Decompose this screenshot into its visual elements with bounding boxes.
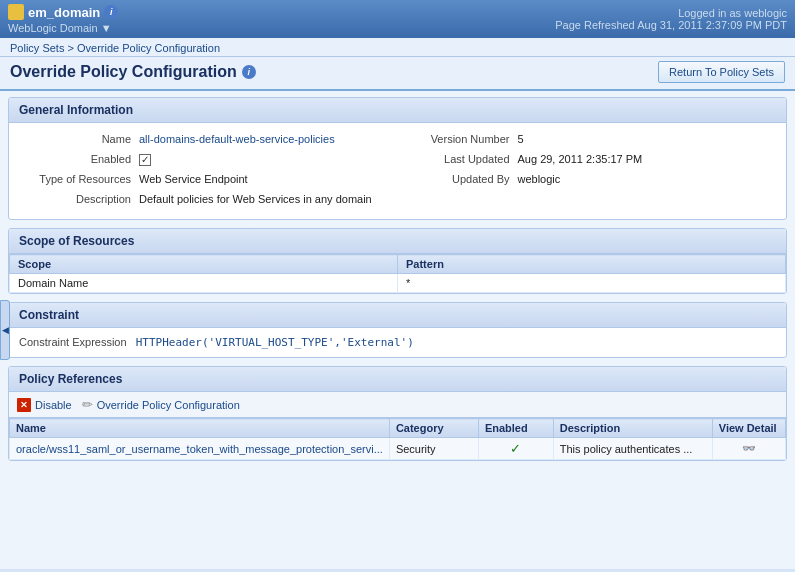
col-enabled: Enabled [478,419,553,438]
col-pattern: Pattern [398,255,786,274]
domain-name-label: em_domain [28,5,100,20]
last-updated-value: Aug 29, 2011 2:35:17 PM [518,151,643,167]
name-field-row: Name all-domains-default-web-service-pol… [19,131,398,147]
return-to-policy-sets-button[interactable]: Return To Policy Sets [658,61,785,83]
page-info-icon[interactable]: i [242,65,256,79]
left-scroll-arrow[interactable]: ◀ [0,300,10,360]
desc-label: Description [19,191,139,207]
constraint-body: Constraint Expression HTTPHeader('VIRTUA… [9,328,786,357]
pattern-cell: * [398,274,786,293]
type-field-row: Type of Resources Web Service Endpoint [19,171,398,187]
main-content: ◀ General Information Name all-domains-d… [0,91,795,569]
desc-field-row: Description Default policies for Web Ser… [19,191,398,207]
scope-of-resources-section: Scope of Resources Scope Pattern Domain … [8,228,787,294]
policy-enabled-cell: ✓ [478,438,553,460]
domain-info-icon[interactable]: i [104,5,118,19]
policy-toolbar: ✕ Disable ✏ Override Policy Configuratio… [9,392,786,418]
version-label: Version Number [398,131,518,147]
general-info-header: General Information [9,98,786,123]
logged-in-label: Logged in as [678,7,741,19]
last-updated-label: Last Updated [398,151,518,167]
enabled-checkbox: ✓ [139,151,151,167]
updated-by-value: weblogic [518,171,561,187]
enabled-label: Enabled [19,151,139,167]
page-title-text: Override Policy Configuration [10,63,237,81]
disable-button[interactable]: ✕ Disable [17,398,72,412]
col-description: Description [553,419,712,438]
policy-view-detail-cell[interactable]: 👓 [712,438,785,460]
policy-table-container: Name Category Enabled Description View D… [9,418,786,460]
breadcrumb-separator: > [64,42,77,54]
policy-references-header: Policy References [9,367,786,392]
updated-by-label: Updated By [398,171,518,187]
col-name: Name [10,419,390,438]
breadcrumb: Policy Sets > Override Policy Configurat… [0,38,795,57]
weblogic-domain-label[interactable]: WebLogic Domain [8,22,98,34]
override-policy-button[interactable]: ✏ Override Policy Configuration [82,397,240,412]
weblogic-domain-bar: WebLogic Domain ▼ [8,22,118,34]
scope-header: Scope of Resources [9,229,786,254]
col-view-detail: View Detail [712,419,785,438]
domain-title: em_domain i [8,4,118,20]
x-icon: ✕ [17,398,31,412]
scope-cell: Domain Name [10,274,398,293]
name-value: all-domains-default-web-service-policies [139,131,335,147]
constraint-value: HTTPHeader('VIRTUAL_HOST_TYPE','External… [136,336,414,349]
version-field-row: Version Number 5 [398,131,777,147]
list-item: oracle/wss11_saml_or_username_token_with… [10,438,786,460]
page-title-bar: Override Policy Configuration i Return T… [0,57,795,91]
type-label: Type of Resources [19,171,139,187]
updated-by-field-row: Updated By weblogic [398,171,777,187]
name-label: Name [19,131,139,147]
policy-category-cell: Security [389,438,478,460]
scope-table: Scope Pattern Domain Name* [9,254,786,293]
policy-table: Name Category Enabled Description View D… [9,418,786,460]
enabled-field-row: Enabled ✓ [19,151,398,167]
logged-in-bar: Logged in as weblogic Page Refreshed Aug… [555,7,787,31]
col-category: Category [389,419,478,438]
constraint-section: Constraint Constraint Expression HTTPHea… [8,302,787,358]
domain-icon [8,4,24,20]
policy-references-section: Policy References ✕ Disable ✏ Override P… [8,366,787,461]
policy-description-cell: This policy authenticates ... [553,438,712,460]
page-title: Override Policy Configuration i [10,63,256,81]
constraint-label: Constraint Expression [19,336,127,348]
desc-value: Default policies for Web Services in any… [139,191,372,207]
pencil-icon: ✏ [82,397,93,412]
disable-label: Disable [35,399,72,411]
version-value: 5 [518,131,524,147]
page-refreshed-label: Page Refreshed Aug 31, 2011 2:37:09 PM P… [555,19,787,31]
policy-name-cell: oracle/wss11_saml_or_username_token_with… [10,438,390,460]
checkbox-checked: ✓ [139,154,151,166]
type-value: Web Service Endpoint [139,171,248,187]
breadcrumb-current: Override Policy Configuration [77,42,220,54]
breadcrumb-policy-sets-link[interactable]: Policy Sets [10,42,64,54]
col-scope: Scope [10,255,398,274]
username-label: weblogic [744,7,787,19]
constraint-header: Constraint [9,303,786,328]
general-information-section: General Information Name all-domains-def… [8,97,787,220]
last-updated-field-row: Last Updated Aug 29, 2011 2:35:17 PM [398,151,777,167]
dropdown-icon[interactable]: ▼ [101,22,112,34]
override-label: Override Policy Configuration [97,399,240,411]
table-row: Domain Name* [10,274,786,293]
